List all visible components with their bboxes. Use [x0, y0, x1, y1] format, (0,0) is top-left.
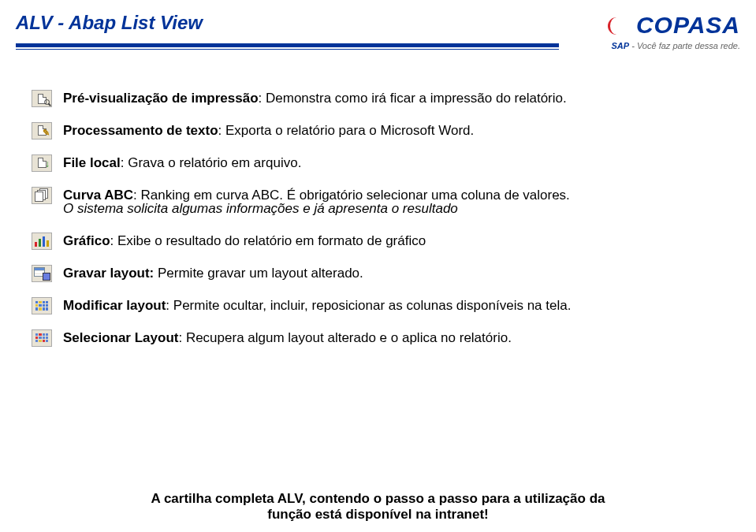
- save-layout-icon: [32, 265, 52, 282]
- footer-note: A cartilha completa ALV, contendo o pass…: [0, 491, 756, 523]
- item-word-export: ✎ Processamento de texto: Exporta o rela…: [32, 122, 724, 140]
- item-desc: : Exporta o relatório para o Microsoft W…: [218, 123, 475, 138]
- item-desc: : Recupera algum layout alterado e o apl…: [178, 330, 511, 345]
- item-text: File local: Grava o relatório em arquivo…: [63, 154, 724, 173]
- select-layout-icon: [32, 329, 52, 347]
- modify-layout-icon: [32, 297, 52, 314]
- file-local-icon: ↓: [32, 154, 52, 172]
- item-label: Pré-visualização de impressão: [63, 91, 259, 106]
- item-text: Gravar layout: Permite gravar um layout …: [63, 265, 724, 283]
- item-desc: : Exibe o resultado do relatório em form…: [110, 233, 426, 248]
- title-block: ALV - Abap List View: [16, 12, 559, 48]
- chart-icon: [32, 233, 52, 250]
- item-desc: : Permite ocultar, incluir, reposicionar…: [166, 298, 571, 313]
- item-select-layout: Selecionar Layout: Recupera algum layout…: [32, 329, 724, 348]
- item-text: Modificar layout: Permite ocultar, inclu…: [63, 297, 724, 315]
- item-desc: : Demonstra como irá ficar a impressão d…: [259, 91, 567, 106]
- logo-text: COPASA: [636, 12, 740, 39]
- item-label: Processamento de texto: [63, 123, 218, 138]
- item-text: Pré-visualização de impressão: Demonstra…: [63, 90, 724, 108]
- abc-curve-icon: [32, 187, 52, 204]
- title-underline: [16, 43, 559, 48]
- logo-tagline: SAP - Você faz parte dessa rede.: [567, 41, 740, 50]
- item-label: Modificar layout: [63, 298, 166, 313]
- item-label: Selecionar Layout: [63, 330, 178, 345]
- page-title: ALV - Abap List View: [16, 12, 559, 34]
- item-print-preview: Pré-visualização de impressão: Demonstra…: [32, 90, 724, 108]
- item-label: Gráfico: [63, 233, 110, 248]
- item-desc: Permite gravar um layout alterado.: [154, 266, 363, 281]
- content: Pré-visualização de impressão: Demonstra…: [0, 50, 756, 347]
- item-text: Processamento de texto: Exporta o relató…: [63, 122, 724, 140]
- logo-sub-text: - Você faz parte dessa rede.: [629, 41, 740, 50]
- logo-sub-prefix: SAP: [612, 41, 630, 50]
- item-file-local: ↓ File local: Grava o relatório em arqui…: [32, 154, 724, 173]
- logo-main: COPASA: [567, 12, 740, 39]
- item-text: Gráfico: Exibe o resultado do relatório …: [63, 233, 724, 251]
- item-label: File local: [63, 155, 121, 170]
- item-text: Selecionar Layout: Recupera algum layout…: [63, 329, 724, 348]
- print-preview-icon: [32, 90, 52, 107]
- item-save-layout: Gravar layout: Permite gravar um layout …: [32, 265, 724, 283]
- logo: COPASA SAP - Você faz parte dessa rede.: [559, 12, 740, 50]
- item-chart: Gráfico: Exibe o resultado do relatório …: [32, 233, 724, 251]
- footer-line1: A cartilha completa ALV, contendo o pass…: [151, 491, 605, 506]
- item-modify-layout: Modificar layout: Permite ocultar, inclu…: [32, 297, 724, 315]
- logo-swoosh-icon: [608, 17, 635, 35]
- item-desc: : Grava o relatório em arquivo.: [121, 155, 302, 170]
- header: ALV - Abap List View COPASA SAP - Você f…: [0, 0, 756, 50]
- word-export-icon: ✎: [32, 122, 52, 140]
- footer-line2: função está disponível na intranet!: [267, 507, 489, 522]
- item-label: Gravar layout:: [63, 266, 154, 281]
